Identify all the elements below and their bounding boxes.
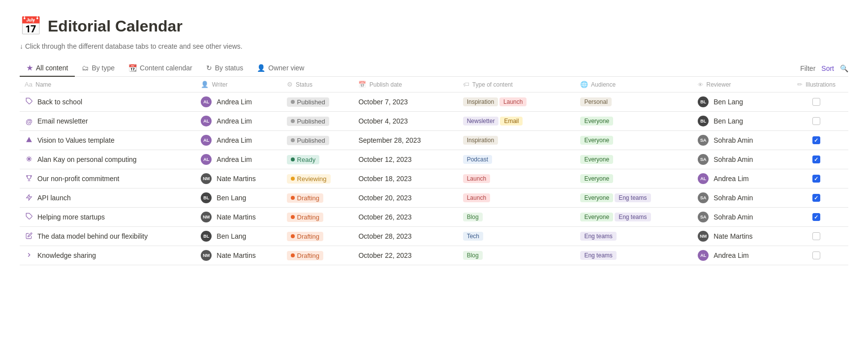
filter-button[interactable]: Filter <box>800 64 815 72</box>
checkbox[interactable] <box>812 136 820 144</box>
search-icon[interactable]: 🔍 <box>840 64 848 72</box>
cell-illustrations[interactable] <box>784 227 848 246</box>
reviewer-name: Ben Lang <box>713 117 743 125</box>
col-header-writer: 👤 Writer <box>196 77 281 93</box>
tab-by-status[interactable]: ↻ By status <box>199 60 250 77</box>
cell-illustrations[interactable] <box>784 112 848 131</box>
cell-audience: EveryoneEng teams <box>575 188 693 208</box>
cell-publish-date: October 20, 2023 <box>353 188 458 208</box>
cell-name[interactable]: Alan Kay on personal computing <box>20 150 196 169</box>
cell-illustrations[interactable] <box>784 188 848 208</box>
checkbox[interactable] <box>812 251 820 259</box>
cell-type-of-content: Blog <box>458 246 576 265</box>
cell-name[interactable]: Back to school <box>20 93 196 112</box>
cell-illustrations[interactable] <box>784 93 848 112</box>
checkbox[interactable] <box>812 117 820 125</box>
status-badge: Drafting <box>287 193 324 203</box>
writer-cell: ALAndrea Lim <box>201 154 277 165</box>
content-type-tag: Blog <box>463 213 483 221</box>
cell-name[interactable]: Helping more startups <box>20 208 196 227</box>
sort-button[interactable]: Sort <box>821 64 834 72</box>
illustration-checkbox[interactable] <box>789 175 843 183</box>
checkbox[interactable] <box>812 194 820 202</box>
cell-illustrations[interactable] <box>784 131 848 150</box>
status-dot <box>291 138 295 142</box>
cell-reviewer: NMNate Martins <box>693 227 784 246</box>
illustration-checkbox[interactable] <box>789 98 843 106</box>
tab-by-type[interactable]: 🗂 By type <box>75 60 122 77</box>
audience-tag: Eng teams <box>615 213 651 221</box>
status-dot <box>291 234 295 238</box>
tab-owner-view-icon: 👤 <box>257 64 265 72</box>
cell-name[interactable]: Our non-profit commitment <box>20 169 196 188</box>
illustration-checkbox[interactable] <box>789 136 843 144</box>
checkbox[interactable] <box>812 232 820 240</box>
checkbox[interactable] <box>812 156 820 163</box>
illustration-checkbox[interactable] <box>789 251 843 259</box>
audience-tag: Eng teams <box>615 193 651 202</box>
row-type-icon <box>25 213 33 221</box>
col-header-reviewer: 👁 Reviewer <box>693 77 784 93</box>
content-type-tag: Inspiration <box>463 97 498 106</box>
tab-all-content[interactable]: ★ All content <box>20 60 75 77</box>
illustration-checkbox[interactable] <box>789 117 843 125</box>
audience-tag: Everyone <box>580 155 613 164</box>
illustration-checkbox[interactable] <box>789 156 843 163</box>
cell-publish-date: October 7, 2023 <box>353 93 458 112</box>
cell-name[interactable]: Vision to Values template <box>20 131 196 150</box>
illustration-checkbox[interactable] <box>789 213 843 221</box>
status-dot <box>291 100 295 104</box>
tab-content-calendar[interactable]: 📆 Content calendar <box>122 60 199 77</box>
reviewer-name: Sohrab Amin <box>713 213 753 221</box>
row-title: API launch <box>37 194 71 202</box>
table-header-row: Aa Name 👤 Writer ⚙ Status 📅 Publish date… <box>20 77 848 93</box>
cell-publish-date: October 28, 2023 <box>353 227 458 246</box>
checkbox[interactable] <box>812 175 820 183</box>
cell-audience: Everyone <box>575 112 693 131</box>
col-header-name: Aa Name <box>20 77 196 93</box>
cell-status: Published <box>282 131 354 150</box>
writer-cell: BLBen Lang <box>201 192 277 203</box>
cell-illustrations[interactable] <box>784 169 848 188</box>
cell-publish-date: October 12, 2023 <box>353 150 458 169</box>
cell-illustrations[interactable] <box>784 246 848 265</box>
tab-owner-view[interactable]: 👤 Owner view <box>250 60 311 77</box>
checkbox[interactable] <box>812 213 820 221</box>
illustration-checkbox[interactable] <box>789 194 843 202</box>
content-type-tag: Launch <box>463 174 490 183</box>
row-title: Knowledge sharing <box>37 251 96 259</box>
cell-name[interactable]: Knowledge sharing <box>20 246 196 265</box>
cell-reviewer: BLBen Lang <box>693 93 784 112</box>
cell-publish-date: October 26, 2023 <box>353 208 458 227</box>
cell-name[interactable]: The data model behind our flexibility <box>20 227 196 246</box>
table-row: The data model behind our flexibilityBLB… <box>20 227 848 246</box>
cell-audience: EveryoneEng teams <box>575 208 693 227</box>
cell-publish-date: October 4, 2023 <box>353 112 458 131</box>
reviewer-cell: SASohrab Amin <box>698 154 779 165</box>
cell-type-of-content: Inspiration <box>458 131 576 150</box>
row-title: Email newsletter <box>37 117 88 125</box>
cell-illustrations[interactable] <box>784 150 848 169</box>
svg-marker-1 <box>26 137 32 142</box>
status-dot <box>291 253 295 257</box>
cell-status: Published <box>282 112 354 131</box>
reviewer-name: Sohrab Amin <box>713 156 753 163</box>
writer-cell: ALAndrea Lim <box>201 96 277 107</box>
writer-cell: NMNate Martins <box>201 173 277 184</box>
cell-audience: Eng teams <box>575 227 693 246</box>
audience-tag: Everyone <box>580 213 613 221</box>
cell-illustrations[interactable] <box>784 208 848 227</box>
cell-reviewer: SASohrab Amin <box>693 208 784 227</box>
table-row: @Email newsletterALAndrea LimPublishedOc… <box>20 112 848 131</box>
writer-name: Andrea Lim <box>217 117 252 125</box>
reviewer-name: Sohrab Amin <box>713 194 753 202</box>
status-dot <box>291 196 295 200</box>
cell-name[interactable]: API launch <box>20 188 196 208</box>
status-dot <box>291 215 295 219</box>
status-dot <box>291 177 295 181</box>
checkbox[interactable] <box>812 98 820 106</box>
writer-cell: NMNate Martins <box>201 212 277 222</box>
writer-name: Andrea Lim <box>217 98 252 106</box>
cell-name[interactable]: @Email newsletter <box>20 112 196 131</box>
illustration-checkbox[interactable] <box>789 232 843 240</box>
